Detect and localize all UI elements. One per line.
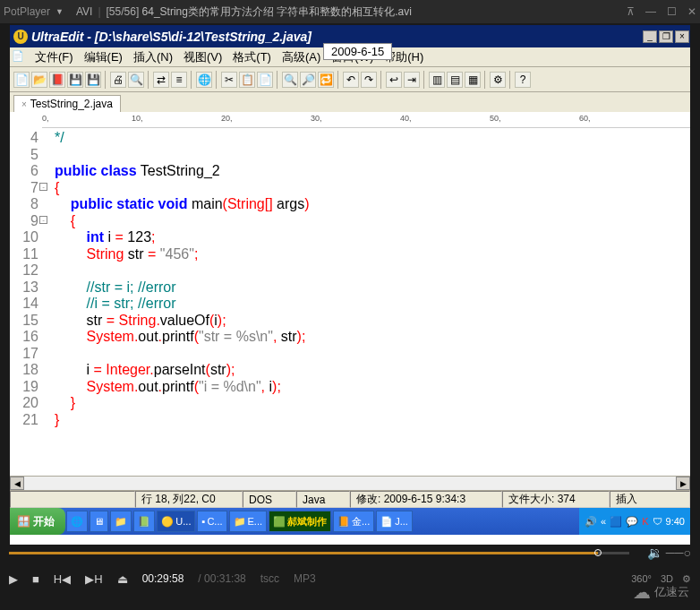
scroll-track[interactable]: [24, 477, 676, 490]
ue-minimize-button[interactable]: _: [643, 30, 657, 43]
scroll-right-icon[interactable]: ▶: [676, 477, 690, 490]
menu-format[interactable]: 格式(T): [227, 47, 277, 67]
next-button[interactable]: ▶H: [85, 572, 102, 586]
ultraedit-app-icon: U: [13, 30, 28, 44]
cut-icon[interactable]: ✂: [221, 72, 237, 88]
tray-clock[interactable]: 9:40: [666, 516, 685, 527]
save-icon[interactable]: 💾: [67, 72, 83, 88]
code-line[interactable]: int i = 123;: [55, 229, 690, 246]
save-as-icon[interactable]: 💾: [85, 72, 101, 88]
taskbar-item-label: C...: [207, 516, 222, 527]
scroll-left-icon[interactable]: ◀: [10, 477, 24, 490]
tab-close-icon[interactable]: ×: [21, 99, 27, 109]
window-pin-icon[interactable]: ⊼: [627, 5, 635, 18]
find-next-icon[interactable]: 🔎: [300, 72, 316, 88]
code-text[interactable]: */ public class TestString_2{ public sta…: [42, 128, 690, 476]
new-file-icon[interactable]: 📄: [13, 72, 30, 88]
code-line[interactable]: public class TestString_2: [55, 163, 690, 180]
help-icon[interactable]: ?: [515, 72, 531, 88]
stop-button[interactable]: ■: [32, 572, 39, 586]
menubar-app-icon[interactable]: 📄: [12, 50, 26, 64]
progress-track[interactable]: [9, 552, 629, 554]
preview-icon[interactable]: 🔍: [128, 72, 144, 88]
tray-net-icon[interactable]: 🟦: [610, 516, 622, 528]
window-maximize-icon[interactable]: ☐: [667, 5, 677, 18]
eject-button[interactable]: ⏏: [117, 572, 128, 586]
horizontal-scrollbar[interactable]: ◀ ▶: [10, 476, 690, 490]
code-line[interactable]: System.out.printf("i = %d\n", i);: [55, 379, 690, 396]
tray-av-icon[interactable]: K: [642, 516, 648, 527]
paste-icon[interactable]: 📄: [257, 72, 273, 88]
replace-icon[interactable]: 🔁: [318, 72, 334, 88]
tile-icon[interactable]: ▦: [465, 72, 481, 88]
window-close-icon[interactable]: ✕: [687, 5, 696, 18]
code-line[interactable]: {: [55, 180, 690, 197]
taskbar-item[interactable]: 📁 E...: [229, 511, 268, 532]
play-button[interactable]: ▶: [9, 572, 18, 586]
taskbar-item[interactable]: 📙 金...: [333, 511, 374, 532]
list-icon[interactable]: ≡: [171, 72, 187, 88]
quicklaunch-3[interactable]: 📁: [110, 511, 132, 532]
code-line[interactable]: public static void main(String[] args): [55, 196, 690, 213]
player-menu-dropdown[interactable]: ▼: [55, 7, 64, 16]
tray-sound-icon[interactable]: 🔊: [585, 516, 597, 528]
tray-expand-icon[interactable]: «: [601, 516, 606, 527]
wrap-icon[interactable]: ↩: [386, 72, 402, 88]
ue-restore-button[interactable]: ❐: [659, 30, 673, 43]
split-v-icon[interactable]: ▤: [447, 72, 463, 88]
taskbar-item[interactable]: 🟩 郝斌制作: [269, 511, 331, 532]
quicklaunch-ie[interactable]: 🌐: [66, 511, 88, 532]
line-gutter: 4567-89-101112131415161718192021: [10, 128, 42, 476]
open-file-icon[interactable]: 📂: [31, 72, 47, 88]
menu-insert[interactable]: 插入(N): [128, 47, 178, 67]
progress-knob[interactable]: [594, 549, 602, 556]
close-file-icon[interactable]: 📕: [49, 72, 65, 88]
tray-shield-icon[interactable]: 🛡: [653, 516, 662, 527]
code-line[interactable]: //i = str; //error: [55, 296, 690, 313]
code-line[interactable]: i = Integer.parseInt(str);: [55, 362, 690, 379]
window-minimize-icon[interactable]: —: [645, 5, 656, 18]
fold-toggle-icon[interactable]: -: [39, 183, 47, 191]
menu-advanced[interactable]: 高级(A): [277, 47, 326, 67]
copy-icon[interactable]: 📋: [239, 72, 255, 88]
start-button[interactable]: 🪟 开始: [10, 508, 65, 535]
quicklaunch-4[interactable]: 📗: [133, 511, 155, 532]
taskbar-item[interactable]: ▪ C...: [197, 511, 226, 532]
prev-button[interactable]: H◀: [54, 572, 71, 586]
code-line[interactable]: {: [55, 213, 690, 230]
menu-edit[interactable]: 编辑(E): [79, 47, 128, 67]
toggle-icon[interactable]: ⇄: [153, 72, 169, 88]
code-line[interactable]: }: [55, 412, 690, 429]
taskbar-item[interactable]: 📄 J...: [376, 511, 413, 532]
code-line[interactable]: [55, 346, 690, 363]
indent-icon[interactable]: ⇥: [404, 72, 420, 88]
menu-view[interactable]: 视图(V): [178, 47, 227, 67]
find-icon[interactable]: 🔍: [282, 72, 298, 88]
print-icon[interactable]: 🖨: [110, 72, 126, 88]
code-line[interactable]: [55, 147, 690, 164]
status-lang: Java: [296, 491, 350, 508]
config-icon[interactable]: ⚙: [490, 72, 506, 88]
split-h-icon[interactable]: ▥: [429, 72, 445, 88]
redo-icon[interactable]: ↷: [361, 72, 377, 88]
code-line[interactable]: str = String.valueOf(i);: [55, 313, 690, 330]
web-icon[interactable]: 🌐: [196, 72, 212, 88]
code-line[interactable]: */: [55, 130, 690, 147]
code-line[interactable]: String str = "456";: [55, 246, 690, 263]
code-line[interactable]: }: [55, 395, 690, 412]
player-progress-bar[interactable]: 🔉 ──○: [0, 545, 700, 561]
code-line[interactable]: System.out.printf("str = %s\n", str);: [55, 329, 690, 346]
video-content: 2009-6-15 U UltraEdit - [D:\share\S5\di-…: [10, 25, 690, 545]
ue-close-button[interactable]: ×: [675, 30, 689, 43]
taskbar-item[interactable]: 🟡 U...: [157, 511, 195, 532]
menu-file[interactable]: 文件(F): [30, 47, 79, 67]
quicklaunch-desktop[interactable]: 🖥: [90, 511, 108, 532]
volume-icon[interactable]: 🔉 ──○: [647, 546, 691, 560]
code-line[interactable]: //str = i; //error: [55, 279, 690, 296]
editor-tab-active[interactable]: × TestString_2.java: [13, 95, 121, 112]
system-tray[interactable]: 🔊 « 🟦 💬 K 🛡 9:40: [579, 508, 690, 535]
tray-msg-icon[interactable]: 💬: [626, 516, 638, 528]
fold-toggle-icon[interactable]: -: [39, 216, 47, 224]
code-line[interactable]: [55, 262, 690, 279]
undo-icon[interactable]: ↶: [343, 72, 359, 88]
